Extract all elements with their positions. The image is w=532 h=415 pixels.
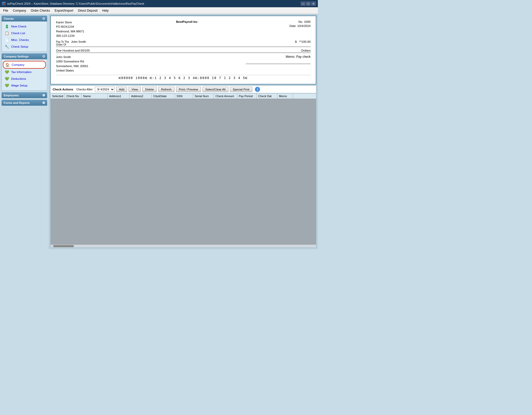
company-settings-header[interactable]: Company Settings ⊙ <box>2 53 47 59</box>
check-header-row: Karen Store PO BOX1234 Redmond, WA 98671… <box>56 20 311 38</box>
doc-icon: 📄 <box>4 38 9 42</box>
menu-order-checks[interactable]: Order Checks <box>29 8 52 13</box>
close-button[interactable]: ✕ <box>311 2 316 6</box>
scroll-thumb[interactable] <box>53 245 74 247</box>
check-bottom: John Smith 1000 Somewhere Rd Somewhere, … <box>56 55 311 73</box>
table-area: Selected Check Nu Name Address1 Address2… <box>50 93 316 248</box>
title-bar-controls[interactable]: — □ ✕ <box>301 2 316 6</box>
menu-company[interactable]: Company <box>11 8 28 13</box>
payee-addr3: Somewhere, NW, 20001 <box>56 64 88 68</box>
checks-after-date[interactable]: 9/ 4/2024 <box>95 87 115 92</box>
check-date-row: Date 10/4/2024 <box>290 24 311 27</box>
pay-to-label: Pay To TheOrder Of <box>56 40 69 46</box>
check-actions-label: Check Actions <box>53 88 73 91</box>
payroll-company-name: BestPayroll Inc <box>176 20 198 23</box>
col-header-name: Name <box>82 94 108 99</box>
minimize-button[interactable]: — <box>301 2 305 6</box>
col-header-address1: Address1 <box>108 94 130 99</box>
delete-button[interactable]: Delete <box>142 87 157 92</box>
maximize-button[interactable]: □ <box>306 2 311 6</box>
menu-bar: File Company Order Checks Export/Import … <box>0 7 318 14</box>
sidebar-item-company[interactable]: 🏠 Company <box>3 61 46 69</box>
checks-after-label: Checks After: <box>76 88 93 91</box>
app-icon: 💼 <box>2 2 6 5</box>
routing-numbers: ⑆00000 1000⑆ ⑆:1 2 3 4 5 6 2 3 4⑆:8000 1… <box>56 75 311 80</box>
forms-expand-icon: ⊕ <box>42 101 45 105</box>
dollar-icon: 💲 <box>4 24 9 29</box>
sidebar: Checks ⊙ 💲 New Check 📋 Check List 📄 Misc… <box>0 14 49 249</box>
memo-block: Memo: Pay check <box>246 55 311 64</box>
check-date-value: 10/4/2024 <box>297 24 311 27</box>
check-no-section: No. 1000 Date 10/4/2024 <box>290 20 311 38</box>
new-check-label: New Check <box>11 25 26 28</box>
check-display: Karen Store PO BOX1234 Redmond, WA 98671… <box>50 16 316 84</box>
menu-file[interactable]: File <box>1 8 10 13</box>
menu-help[interactable]: Help <box>100 8 111 13</box>
sidebar-item-check-list[interactable]: 📋 Check List <box>3 30 46 37</box>
signature-line <box>246 64 311 64</box>
amount-words-row: One Hundred and 00/100 Dollars <box>56 49 311 53</box>
sidebar-item-deductions[interactable]: 💚 Deductions <box>3 75 46 82</box>
select-clear-all-button[interactable]: Select/Clear All <box>202 87 228 92</box>
col-header-check-date: Check Dat <box>257 94 277 99</box>
table-header: Selected Check Nu Name Address1 Address2… <box>51 94 316 99</box>
tax-info-label: Tax Information <box>11 70 32 74</box>
menu-direct-deposit[interactable]: Direct Deposit <box>76 8 100 13</box>
payroll-company-block: BestPayroll Inc <box>176 20 198 38</box>
check-setup-label: Check Setup <box>11 45 28 48</box>
add-button[interactable]: Add <box>116 87 127 92</box>
col-header-selected: Selected <box>51 94 65 99</box>
wrench-icon: 🔧 <box>4 44 9 49</box>
check-actions-bar: Check Actions Checks After: 9/ 4/2024 Ad… <box>50 85 316 93</box>
col-header-check-amount: Check Amount <box>214 94 237 99</box>
title-bar-left: 💼 ezPayCheck 2024 -- KarenStore, Databas… <box>2 2 144 5</box>
col-header-ssn: SSN <box>175 94 193 99</box>
sender-address: Karen Store PO BOX1234 Redmond, WA 98671… <box>56 20 84 38</box>
title-bar-text: ezPayCheck 2024 -- KarenStore, Database … <box>7 2 144 5</box>
tax-icon: 💚 <box>4 70 9 74</box>
sender-line3: 360-123-1234 <box>56 34 84 38</box>
info-button[interactable]: i <box>255 87 260 92</box>
menu-export-import[interactable]: Export/Import <box>53 8 75 13</box>
col-header-pay-period: Pay Period <box>237 94 257 99</box>
employees-expand-icon: ⊕ <box>42 93 45 97</box>
checks-header-label: Checks <box>4 17 14 20</box>
print-preview-button[interactable]: Print / Preview <box>176 87 201 92</box>
table-body <box>51 99 316 244</box>
checks-body: 💲 New Check 📋 Check List 📄 Misc. Checks … <box>2 22 47 52</box>
check-list-label: Check List <box>11 32 25 35</box>
checks-header[interactable]: Checks ⊙ <box>2 16 47 22</box>
company-settings-body: 🏠 Company 💚 Tax Information 💚 Deductions… <box>2 59 47 91</box>
company-collapse-icon: ⊙ <box>42 54 45 58</box>
title-bar: 💼 ezPayCheck 2024 -- KarenStore, Databas… <box>0 0 318 7</box>
sender-line1: PO BOX1234 <box>56 25 84 29</box>
special-print-button[interactable]: Special Print <box>230 87 253 92</box>
col-header-memo: Memo <box>277 94 293 99</box>
sidebar-item-tax-info[interactable]: 💚 Tax Information <box>3 69 46 75</box>
wage-setup-label: Wage Setup <box>11 84 27 87</box>
refresh-button[interactable]: Refresh <box>158 87 174 92</box>
list-icon: 📋 <box>4 31 9 35</box>
payee-addr2: 1000 Somewhere Rd <box>56 59 88 64</box>
memo-value: Pay check <box>296 55 311 59</box>
forms-reports-header[interactable]: Forms and Reports ⊕ <box>2 100 47 106</box>
sidebar-item-misc-checks[interactable]: 📄 Misc. Checks <box>3 37 46 43</box>
dollar-sign: $ <box>295 40 297 43</box>
check-amount: $ **100.00 <box>295 40 311 43</box>
pay-to-row: Pay To TheOrder Of John Smith $ **100.00 <box>56 40 311 47</box>
sidebar-item-new-check[interactable]: 💲 New Check <box>3 23 46 30</box>
payee-addr1: John Smith <box>56 55 88 59</box>
payee-name: John Smith <box>71 40 293 43</box>
memo-line: Memo: Pay check <box>286 55 311 59</box>
sidebar-item-wage-setup[interactable]: 💚 Wage Setup <box>3 82 46 89</box>
horizontal-scrollbar[interactable] <box>51 244 316 247</box>
col-header-serial: Serial Num <box>193 94 214 99</box>
employees-header[interactable]: Employees ⊕ <box>2 92 47 98</box>
view-button[interactable]: View <box>129 87 141 92</box>
sidebar-item-check-setup[interactable]: 🔧 Check Setup <box>3 43 46 50</box>
sender-line2: Redmond, WA 98671 <box>56 29 84 34</box>
dollars-label: Dollars <box>301 49 311 52</box>
forms-reports-label: Forms and Reports <box>4 101 30 104</box>
check-amount-value: **100.00 <box>299 40 311 43</box>
memo-label: Memo: <box>286 55 295 59</box>
